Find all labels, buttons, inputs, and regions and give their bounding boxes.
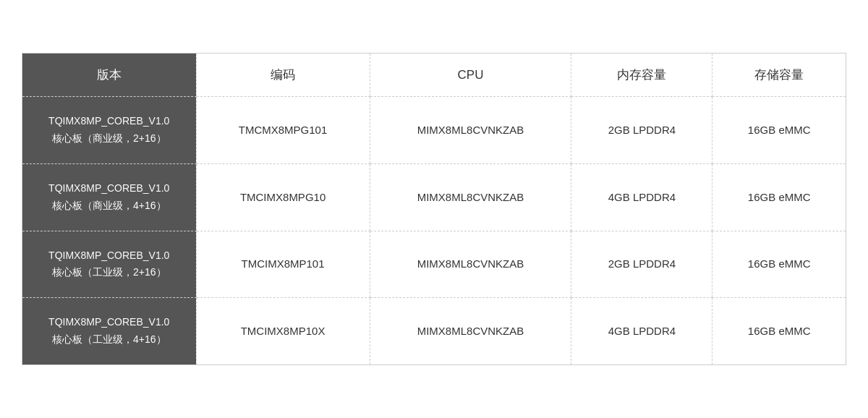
table-row: TQIMX8MP_COREB_V1.0核心板（工业级，4+16）TMCIMX8M… (22, 298, 846, 364)
cell-memory-3: 4GB LPDDR4 (571, 298, 712, 364)
cell-memory-1: 4GB LPDDR4 (571, 163, 712, 231)
header-version: 版本 (22, 54, 196, 97)
table-header-row: 版本 编码 CPU 内存容量 存储容量 (22, 54, 846, 97)
cell-version-1: TQIMX8MP_COREB_V1.0核心板（商业级，4+16） (22, 163, 196, 231)
cell-cpu-3: MIMX8ML8CVNKZAB (370, 298, 571, 364)
cell-version-0: TQIMX8MP_COREB_V1.0核心板（商业级，2+16） (22, 97, 196, 164)
product-table-wrapper: 版本 编码 CPU 内存容量 存储容量 TQIMX8MP_COREB_V1.0核… (22, 53, 846, 364)
cell-storage-2: 16GB eMMC (712, 231, 846, 298)
product-table: 版本 编码 CPU 内存容量 存储容量 TQIMX8MP_COREB_V1.0核… (22, 54, 846, 364)
table-row: TQIMX8MP_COREB_V1.0核心板（商业级，2+16）TMCMX8MP… (22, 97, 846, 164)
cell-code-0: TMCMX8MPG101 (196, 97, 370, 164)
cell-code-3: TMCIMX8MP10X (196, 298, 370, 364)
cell-code-2: TMCIMX8MP101 (196, 231, 370, 298)
header-code: 编码 (196, 54, 370, 97)
cell-storage-1: 16GB eMMC (712, 163, 846, 231)
cell-memory-2: 2GB LPDDR4 (571, 231, 712, 298)
table-row: TQIMX8MP_COREB_V1.0核心板（商业级，4+16）TMCIMX8M… (22, 163, 846, 231)
cell-cpu-1: MIMX8ML8CVNKZAB (370, 163, 571, 231)
cell-cpu-0: MIMX8ML8CVNKZAB (370, 97, 571, 164)
cell-version-2: TQIMX8MP_COREB_V1.0核心板（工业级，2+16） (22, 231, 196, 298)
cell-cpu-2: MIMX8ML8CVNKZAB (370, 231, 571, 298)
cell-memory-0: 2GB LPDDR4 (571, 97, 712, 164)
cell-storage-0: 16GB eMMC (712, 97, 846, 164)
table-row: TQIMX8MP_COREB_V1.0核心板（工业级，2+16）TMCIMX8M… (22, 231, 846, 298)
cell-storage-3: 16GB eMMC (712, 298, 846, 364)
cell-code-1: TMCIMX8MPG10 (196, 163, 370, 231)
header-storage: 存储容量 (712, 54, 846, 97)
cell-version-3: TQIMX8MP_COREB_V1.0核心板（工业级，4+16） (22, 298, 196, 364)
header-cpu: CPU (370, 54, 571, 97)
header-memory: 内存容量 (571, 54, 712, 97)
